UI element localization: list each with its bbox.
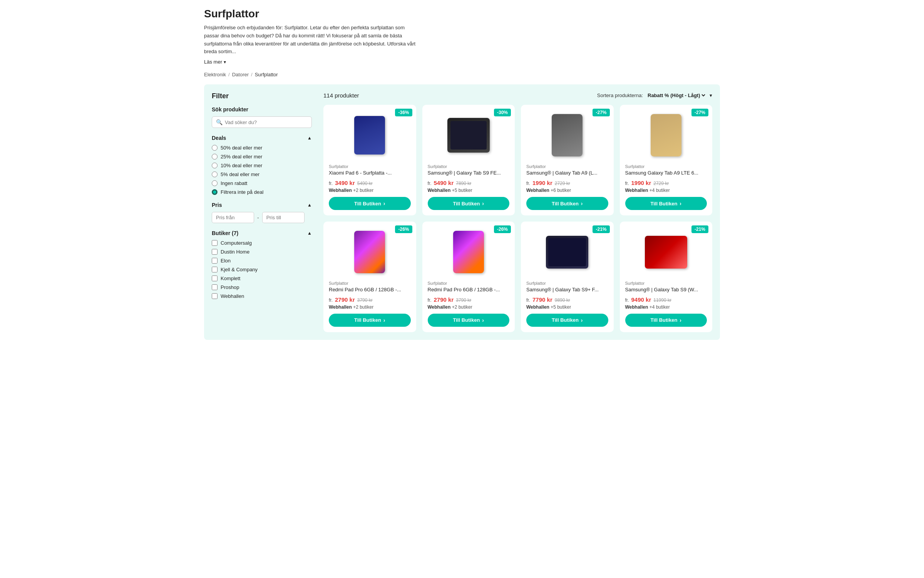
arrow-right-icon: › <box>581 317 583 323</box>
product-card-6: -26% Surfplattor Redmi Pad Pro 6GB / 128… <box>422 222 515 332</box>
search-input[interactable] <box>225 119 308 125</box>
product-stores-7: Webhallen +5 butiker <box>526 304 608 310</box>
breadcrumb: Elektronik / Datorer / Surfplattor <box>204 65 720 84</box>
breadcrumb-item-elektronik[interactable]: Elektronik <box>204 72 226 77</box>
discount-badge-8: -21% <box>691 225 708 233</box>
product-category-5: Surfplattor <box>329 281 411 286</box>
store-dustin[interactable]: Dustin Home <box>212 249 312 255</box>
product-category-7: Surfplattor <box>526 281 608 286</box>
sidebar: Filter Sök produkter 🔍 Deals ▲ <box>212 92 312 332</box>
price-section: Pris ▲ - <box>212 202 312 223</box>
product-area: 114 produkter Sortera produkterna: Rabat… <box>323 92 712 332</box>
product-stores-6: Webhallen +2 butiker <box>428 304 510 310</box>
store-computersalg[interactable]: Computersalg <box>212 240 312 246</box>
deal-radio-none[interactable] <box>212 189 218 195</box>
breadcrumb-sep-1: / <box>228 72 230 77</box>
arrow-right-icon: › <box>680 317 681 323</box>
product-image-1 <box>329 110 411 160</box>
product-name-5: Redmi Pad Pro 6GB / 128GB -... <box>329 287 411 293</box>
till-butiken-btn-2[interactable]: Till Butiken › <box>428 197 510 210</box>
arrow-right-icon: › <box>581 200 583 207</box>
deal-radio-0[interactable] <box>212 180 218 186</box>
discount-badge-3: -27% <box>593 109 609 116</box>
store-proshop[interactable]: Proshop <box>212 284 312 290</box>
product-category-1: Surfplattor <box>329 164 411 169</box>
deals-options: 50% deal eller mer 25% deal eller mer 10… <box>212 145 312 195</box>
search-icon: 🔍 <box>216 119 223 125</box>
product-name-7: Samsung® | Galaxy Tab S9+ F... <box>526 287 608 293</box>
store-checkbox-webhallen[interactable] <box>212 293 218 299</box>
store-checkbox-elon[interactable] <box>212 258 218 264</box>
deal-option-0[interactable]: Ingen rabatt <box>212 180 312 186</box>
deal-option-10[interactable]: 10% deal eller mer <box>212 163 312 168</box>
deal-radio-25[interactable] <box>212 154 218 160</box>
read-more-label: Läs mer <box>204 59 222 65</box>
product-stores-3: Webhallen +6 butiker <box>526 188 608 193</box>
price-dash: - <box>257 215 259 221</box>
product-image-5 <box>329 227 411 277</box>
store-webhallen[interactable]: Webhallen <box>212 293 312 299</box>
search-box[interactable]: 🔍 <box>212 116 312 128</box>
price-header[interactable]: Pris ▲ <box>212 202 312 208</box>
product-card-1: -36% Surfplattor Xiaomi Pad 6 - Surfplat… <box>323 105 416 215</box>
deals-section: Deals ▲ 50% deal eller mer 25% deal elle… <box>212 135 312 195</box>
store-kjell[interactable]: Kjell & Company <box>212 267 312 272</box>
store-checkbox-proshop[interactable] <box>212 284 218 290</box>
store-checkbox-kjell[interactable] <box>212 267 218 272</box>
deal-radio-50[interactable] <box>212 145 218 151</box>
product-name-4: Samsung Galaxy Tab A9 LTE 6... <box>625 170 707 176</box>
product-name-1: Xiaomi Pad 6 - Surfplatta -... <box>329 170 411 176</box>
product-price-1: fr. 3490 kr 5490 kr <box>329 180 411 186</box>
deals-header[interactable]: Deals ▲ <box>212 135 312 141</box>
stores-header[interactable]: Butiker (7) ▲ <box>212 230 312 236</box>
till-butiken-btn-8[interactable]: Till Butiken › <box>625 314 707 327</box>
deal-radio-5[interactable] <box>212 171 218 177</box>
arrow-right-icon: › <box>680 200 681 207</box>
deal-option-5[interactable]: 5% deal eller mer <box>212 171 312 177</box>
store-checkbox-komplett[interactable] <box>212 276 218 281</box>
price-from-input[interactable] <box>212 212 254 223</box>
chevron-down-icon-sort: ▾ <box>710 92 712 98</box>
discount-badge-1: -36% <box>395 109 412 116</box>
product-card-8: -21% Surfplattor Samsung® | Galaxy Tab S… <box>620 222 713 332</box>
chevron-down-icon: ▾ <box>224 59 226 65</box>
product-stores-5: Webhallen +2 butiker <box>329 304 411 310</box>
main-layout: Filter Sök produkter 🔍 Deals ▲ <box>204 84 720 340</box>
till-butiken-btn-3[interactable]: Till Butiken › <box>526 197 608 210</box>
product-name-2: Samsung® | Galaxy Tab S9 FE... <box>428 170 510 176</box>
deals-label: Deals <box>212 135 226 141</box>
product-category-3: Surfplattor <box>526 164 608 169</box>
breadcrumb-item-datorer[interactable]: Datorer <box>232 72 249 77</box>
breadcrumb-item-surfplattor: Surfplattor <box>255 72 278 77</box>
arrow-right-icon: › <box>383 317 385 323</box>
deal-radio-10[interactable] <box>212 163 218 168</box>
product-price-8: fr. 9490 kr 11990 kr <box>625 296 707 303</box>
price-to-input[interactable] <box>262 212 305 223</box>
product-category-4: Surfplattor <box>625 164 707 169</box>
deal-option-50[interactable]: 50% deal eller mer <box>212 145 312 151</box>
store-checkbox-dustin[interactable] <box>212 249 218 255</box>
product-category-2: Surfplattor <box>428 164 510 169</box>
till-butiken-btn-7[interactable]: Till Butiken › <box>526 314 608 327</box>
discount-badge-4: -27% <box>691 109 708 116</box>
product-image-7 <box>526 227 608 277</box>
read-more-link[interactable]: Läs mer ▾ <box>204 59 226 65</box>
till-butiken-btn-6[interactable]: Till Butiken › <box>428 314 510 327</box>
product-image-3 <box>526 110 608 160</box>
till-butiken-btn-4[interactable]: Till Butiken › <box>625 197 707 210</box>
product-image-2 <box>428 110 510 160</box>
filter-title: Filter <box>212 92 312 100</box>
deal-option-25[interactable]: 25% deal eller mer <box>212 154 312 160</box>
store-checkbox-computersalg[interactable] <box>212 240 218 246</box>
store-elon[interactable]: Elon <box>212 258 312 264</box>
product-area-header: 114 produkter Sortera produkterna: Rabat… <box>323 92 712 99</box>
sort-select[interactable]: Rabatt % (Högt - Lågt) Pris (Lågt - Högt… <box>646 92 706 99</box>
till-butiken-btn-1[interactable]: Till Butiken › <box>329 197 411 210</box>
store-komplett[interactable]: Komplett <box>212 276 312 281</box>
product-price-5: fr. 2790 kr 3790 kr <box>329 296 411 303</box>
product-stores-8: Webhallen +4 butiker <box>625 304 707 310</box>
discount-badge-5: -26% <box>395 225 412 233</box>
till-butiken-btn-5[interactable]: Till Butiken › <box>329 314 411 327</box>
sort-label: Sortera produkterna: <box>597 92 643 98</box>
deal-option-none[interactable]: Filtrera inte på deal <box>212 189 312 195</box>
